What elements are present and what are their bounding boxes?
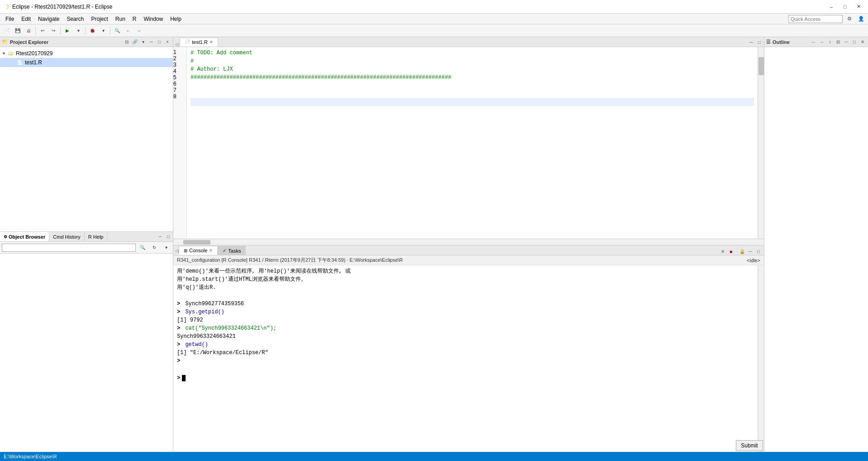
right-panel: ☰ Outline ← → ↕ ⊟ ─ □ ✕ (764, 37, 868, 461)
editor-maximize-btn[interactable]: □ (756, 38, 763, 46)
tree-item-project[interactable]: ▼ 🗂 Rtest20170929 (0, 49, 173, 58)
console-scroll-lock[interactable]: 🔒 (739, 248, 746, 255)
editor-line-6 (191, 90, 754, 98)
console-cmd-3: > cat("Synch9963324663421\n"); (177, 324, 757, 332)
minimize-panel-btn[interactable]: ─ (148, 38, 155, 46)
new-button[interactable]: 📄 (2, 26, 12, 36)
maximize-panel-btn[interactable]: □ (156, 38, 163, 46)
tab-file-icon: 📄 (185, 39, 190, 45)
tab-r-help[interactable]: R Help (85, 232, 108, 241)
collapse-all-btn[interactable]: ⊟ (123, 38, 130, 46)
outline-btn-2[interactable]: → (818, 38, 825, 46)
console-content[interactable]: 用'demo()'来看一些示范程序, 用'help()'来阅读在线帮助文件, 或… (173, 265, 764, 455)
console-line-2: 用'help.start()'通过HTML浏览器来看帮助文件。 (177, 275, 757, 283)
editor-line-8 (191, 106, 754, 114)
console-scrollbar-v[interactable] (758, 265, 764, 455)
console-controls: ✕ ■ 🔒 ─ □ (717, 248, 764, 255)
editor-scroll-thumb-h[interactable] (183, 240, 210, 245)
editor-area: ◁ 📄 test1.R ✕ ─ □ 1 2 3 4 (173, 37, 764, 245)
console-nav-left[interactable]: ◁ (175, 248, 179, 253)
editor-tab-nav-left[interactable]: ◁ (175, 42, 179, 47)
toolbar-icon-2[interactable]: 👤 (856, 14, 866, 24)
console-tab-tasks[interactable]: ✓ Tasks (218, 246, 246, 255)
redo-button[interactable]: ↪ (48, 26, 58, 36)
run-dropdown[interactable]: ▾ (73, 26, 83, 36)
console-input-line[interactable]: > (177, 374, 757, 382)
menu-file[interactable]: File (2, 15, 18, 23)
ob-search-btn[interactable]: 🔍 (138, 243, 148, 253)
minimize-button[interactable]: – (825, 2, 837, 11)
tab-cmd-history[interactable]: Cmd History (49, 232, 85, 241)
undo-button[interactable]: ↩ (38, 26, 48, 36)
left-panel: 📁 Project Explorer ⊟ 🔗 ▾ ─ □ × ▼ 🗂 Rtest… (0, 37, 173, 461)
panel-controls: ⊟ 🔗 ▾ ─ □ × (123, 38, 171, 46)
file-name: test1.R (25, 59, 42, 66)
file-icon: 📄 (16, 59, 24, 66)
outline-collapse-btn[interactable]: ⊟ (835, 38, 842, 46)
link-with-editor-btn[interactable]: 🔗 (131, 38, 138, 46)
menu-window[interactable]: Window (140, 15, 167, 23)
editor-minimize-btn[interactable]: ─ (748, 38, 755, 46)
nav-fwd[interactable]: → (134, 26, 144, 36)
tree-item-file[interactable]: 📄 test1.R (0, 58, 173, 67)
editor-content[interactable]: 1 2 3 4 5 6 7 8 # TODO: Add comment # # … (173, 47, 764, 239)
menu-navigate[interactable]: Navigate (34, 15, 63, 23)
outline-panel: ☰ Outline ← → ↕ ⊟ ─ □ ✕ (764, 37, 868, 461)
menu-edit[interactable]: Edit (18, 15, 34, 23)
console-minimize-btn[interactable]: ─ (747, 248, 754, 255)
view-menu-btn[interactable]: ▾ (139, 38, 147, 46)
editor-scrollbar-h[interactable] (173, 239, 764, 245)
maximize-button[interactable]: □ (839, 2, 851, 11)
editor-tab-test1r[interactable]: 📄 test1.R ✕ (180, 38, 218, 47)
outline-sort-btn[interactable]: ↕ (826, 38, 834, 46)
console-maximize-btn[interactable]: □ (755, 248, 762, 255)
outline-maximize-btn[interactable]: □ (851, 38, 858, 46)
console-tab-console[interactable]: ⊞ Console ✕ (179, 246, 218, 255)
console-clear-btn[interactable]: ✕ (719, 248, 726, 255)
save-button[interactable]: 💾 (13, 26, 23, 36)
menu-help[interactable]: Help (167, 15, 185, 23)
menu-r[interactable]: R (129, 15, 140, 23)
close-panel-btn[interactable]: × (164, 38, 171, 46)
ob-refresh-btn[interactable]: ↻ (149, 243, 159, 253)
run-button[interactable]: ▶ (62, 26, 72, 36)
toolbar-icon-1[interactable]: ⚙ (844, 14, 854, 24)
line-numbers: 1 2 3 4 5 6 7 8 (173, 47, 187, 239)
console-area: ◁ ⊞ Console ✕ ✓ Tasks ✕ ■ (173, 245, 764, 461)
menu-run[interactable]: Run (112, 15, 129, 23)
ob-toolbar: 🔍 ↻ ▾ (0, 242, 173, 254)
console-stop-btn[interactable]: ■ (727, 248, 734, 255)
tab-close-btn[interactable]: ✕ (210, 40, 213, 44)
editor-scrollbar-v[interactable] (758, 47, 764, 239)
outline-minimize-btn[interactable]: ─ (843, 38, 850, 46)
close-button[interactable]: ✕ (853, 2, 864, 11)
ob-settings-btn[interactable]: ▾ (161, 243, 171, 253)
window-controls: – □ ✕ (825, 2, 864, 11)
outline-close-btn[interactable]: ✕ (859, 38, 866, 46)
submit-button[interactable]: Submit (736, 440, 763, 451)
debug-dropdown[interactable]: ▾ (98, 26, 108, 36)
outline-btn-1[interactable]: ← (810, 38, 817, 46)
editor-scroll-thumb-v[interactable] (758, 57, 764, 75)
outline-controls: ← → ↕ ⊟ ─ □ ✕ (810, 38, 866, 46)
tree-arrow-project: ▼ (2, 51, 7, 56)
print-button[interactable]: 🖨 (24, 26, 33, 36)
console-output-2: Synch9963324663421 (177, 332, 757, 341)
console-line-3: 用'q()'退出R. (177, 283, 757, 292)
quick-access-input[interactable] (788, 15, 843, 23)
menu-project[interactable]: Project (87, 15, 111, 23)
outline-icon: ☰ (766, 39, 771, 45)
line-num-8: 8 (173, 93, 186, 100)
console-tab-close[interactable]: ✕ (209, 248, 213, 253)
menu-search[interactable]: Search (63, 15, 87, 23)
line-num-5: 5 (173, 74, 186, 81)
tab-object-browser[interactable]: ⚙ Object Browser (0, 232, 49, 241)
line-num-2: 2 (173, 55, 186, 62)
debug-button[interactable]: 🐞 (87, 26, 97, 36)
editor-code[interactable]: # TODO: Add comment # # Author: LJX ####… (187, 47, 758, 239)
ob-minimize-btn[interactable]: ─ (157, 233, 164, 240)
search-button[interactable]: 🔍 (112, 26, 122, 36)
nav-back[interactable]: ← (123, 26, 133, 36)
ob-maximize-btn[interactable]: □ (165, 233, 172, 240)
ob-search-input[interactable] (2, 244, 136, 252)
